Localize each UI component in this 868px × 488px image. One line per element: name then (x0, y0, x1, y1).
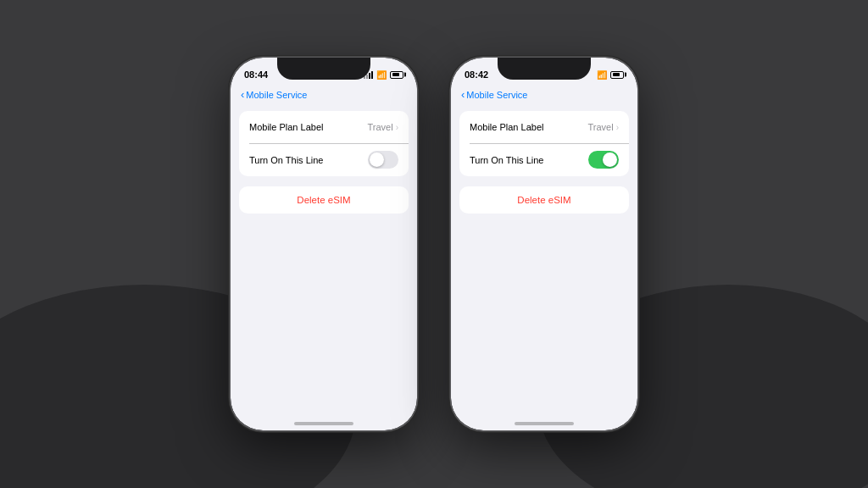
status-time-left: 08:44 (244, 69, 268, 80)
battery-icon-left (390, 71, 403, 79)
notch-left (277, 58, 370, 80)
notch-right (498, 58, 591, 80)
mobile-plan-chevron-right: › (616, 123, 619, 132)
battery-icon-right (610, 71, 624, 79)
turn-on-line-row-left[interactable]: Turn On This Line (239, 143, 409, 176)
mobile-plan-chevron-left: › (396, 123, 398, 132)
mobile-plan-value-right: Travel › (588, 122, 620, 132)
delete-section-right: Delete eSIM (459, 186, 629, 214)
delete-row-right[interactable]: Delete eSIM (459, 186, 629, 214)
status-icons-right: 📶 (597, 70, 624, 80)
toggle-knob-right (603, 152, 617, 167)
turn-on-line-label-right: Turn On This Line (470, 155, 543, 165)
delete-label-right: Delete eSIM (517, 195, 570, 205)
wifi-icon-left: 📶 (376, 70, 387, 80)
wifi-icon-right: 📶 (597, 70, 607, 80)
mobile-plan-value-text-right: Travel (588, 122, 614, 132)
delete-section-left: Delete eSIM (239, 186, 409, 214)
settings-section-right: Mobile Plan Label Travel › Turn On This … (459, 111, 629, 176)
settings-content-right: Mobile Plan Label Travel › Turn On This … (451, 104, 637, 230)
back-button-left[interactable]: ‹ Mobile Service (241, 88, 307, 101)
turn-on-line-row-right[interactable]: Turn On This Line (459, 143, 629, 176)
mobile-plan-label-row-right[interactable]: Mobile Plan Label Travel › (459, 111, 629, 143)
nav-bar-right: ‹ Mobile Service (451, 85, 637, 104)
settings-content-left: Mobile Plan Label Travel › Turn On This … (231, 104, 417, 230)
back-chevron-left: ‹ (241, 88, 244, 101)
back-button-right[interactable]: ‹ Mobile Service (461, 88, 527, 101)
delete-row-left[interactable]: Delete eSIM (239, 186, 409, 214)
status-time-right: 08:42 (465, 69, 488, 80)
phone-frame-right: 08:42 📶 ‹ Mobile Service (451, 58, 637, 430)
phone-left: 08:44 📶 (231, 58, 417, 430)
toggle-left[interactable] (368, 151, 398, 169)
toggle-knob-left (370, 152, 384, 167)
mobile-plan-value-text-left: Travel (368, 122, 393, 132)
mobile-plan-value-left: Travel › (368, 122, 399, 132)
phone-screen-right: 08:42 📶 ‹ Mobile Service (451, 58, 637, 430)
nav-bar-left: ‹ Mobile Service (231, 85, 417, 104)
phone-right: 08:42 📶 ‹ Mobile Service (451, 58, 637, 430)
mobile-plan-label-left: Mobile Plan Label (249, 122, 323, 132)
mobile-plan-label-right: Mobile Plan Label (470, 122, 543, 132)
back-label-left: Mobile Service (246, 90, 307, 100)
back-label-right: Mobile Service (466, 90, 527, 100)
status-icons-left: 📶 (364, 70, 403, 80)
back-chevron-right: ‹ (461, 88, 465, 101)
mobile-plan-label-row-left[interactable]: Mobile Plan Label Travel › (239, 111, 409, 143)
phone-screen-left: 08:44 📶 (231, 58, 417, 430)
settings-section-left: Mobile Plan Label Travel › Turn On This … (239, 111, 409, 176)
home-indicator-right (515, 422, 574, 425)
toggle-right[interactable] (588, 151, 619, 169)
home-indicator-left (294, 422, 353, 425)
delete-label-left: Delete eSIM (297, 195, 350, 205)
phone-frame-left: 08:44 📶 (231, 58, 417, 430)
turn-on-line-label-left: Turn On This Line (249, 155, 323, 165)
